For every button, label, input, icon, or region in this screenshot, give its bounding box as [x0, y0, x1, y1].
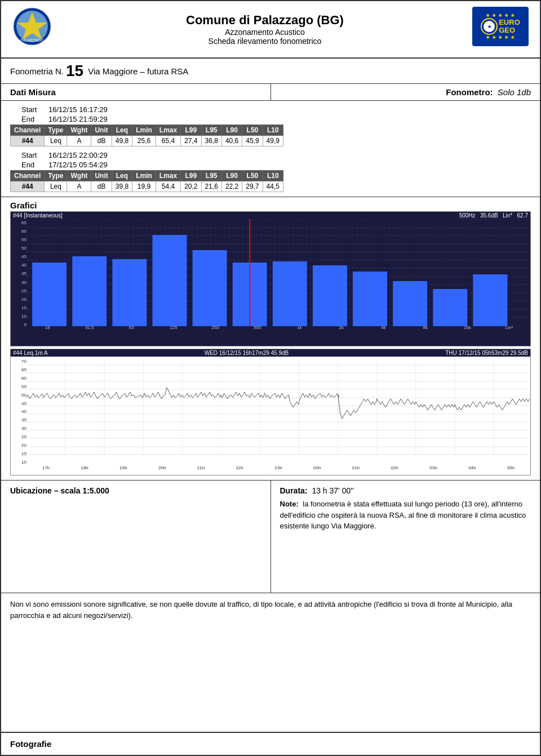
- x-label: 31.5: [69, 325, 111, 330]
- org-subtitle2: Scheda rilevamento fonometrico: [186, 37, 344, 46]
- cell-l95-1: 36,8: [201, 136, 221, 146]
- y-label: 35: [21, 271, 26, 276]
- col-channel-2: Channel: [11, 171, 45, 181]
- col-type-2: Type: [45, 171, 67, 181]
- y-label: 65: [21, 220, 26, 225]
- fonometria-title: Via Maggiore – futura RSA: [88, 66, 188, 76]
- note-label: Note:: [280, 500, 299, 508]
- grafici-label: Grafici: [1, 197, 540, 211]
- y-label: 20: [21, 297, 26, 302]
- header-center: Comune di Palazzago (BG) Azzonamento Acu…: [186, 13, 344, 46]
- emissioni-text: Non vi sono emissioni sonore significati…: [10, 599, 531, 621]
- cell-type-1: Leq: [45, 136, 67, 146]
- x-label: 125: [153, 325, 195, 330]
- y-label-time: 60: [21, 376, 26, 381]
- y-label-time: 25: [21, 434, 26, 439]
- end-value-2: 17/12/15 05:54:29: [48, 161, 108, 169]
- col-l10-2: L10: [263, 171, 283, 181]
- x-label: 1k: [278, 325, 321, 330]
- svg-rect-26: [393, 281, 427, 326]
- measure-block-1: Start 16/12/15 16:17:29 End 16/12/15 21:…: [10, 105, 531, 146]
- svg-rect-19: [112, 259, 147, 326]
- svg-rect-18: [72, 256, 107, 326]
- y-label: 40: [21, 263, 26, 268]
- durata-title: Durata: 13 h 37' 00'': [280, 486, 531, 495]
- bar-chart-svg: [26, 219, 530, 326]
- x-time-label: 19h: [104, 465, 143, 470]
- data-table-2: Channel Type Wght Unit Leq Lmin Lmax L99…: [10, 170, 283, 192]
- eurogeo-badge: ★ ★ ★ ★ ★ ★ EURO GEO ★ ★ ★ ★ ★: [472, 7, 529, 46]
- cell-leq-2: 39,8: [112, 181, 132, 192]
- y-label: 60: [21, 229, 26, 234]
- cell-l99-1: 27,4: [181, 136, 201, 146]
- page: PALAZZAGO Comune di Palazzago (BG) Azzon…: [0, 0, 541, 756]
- y-label-time: 55: [21, 384, 26, 389]
- x-label: 16: [26, 325, 69, 330]
- end-label-2: End: [21, 161, 44, 169]
- cell-l50-1: 45,9: [242, 136, 263, 146]
- y-label: 45: [21, 254, 26, 259]
- y-label: 15: [21, 305, 26, 310]
- cell-lmax-1: 65,4: [156, 136, 180, 146]
- end-label-1: End: [21, 115, 44, 123]
- bar-chart-container: #44 [Instantaneous] 500Hz 35.6dB Lin* 62…: [10, 211, 531, 346]
- cell-channel-1: #44: [11, 136, 45, 146]
- col-l95-1: L95: [201, 125, 221, 136]
- cell-unit-2: dB: [91, 181, 112, 192]
- svg-rect-21: [193, 250, 227, 326]
- fonometro-cell: Fonometro: Solo 1db: [271, 84, 540, 100]
- durata-cell: Durata: 13 h 37' 00'' Note: la fonometri…: [271, 481, 540, 593]
- durata-label: Durata:: [280, 486, 308, 495]
- start-value-1: 16/12/15 16:17:29: [48, 105, 108, 114]
- end-value-1: 16/12/15 21:59:29: [48, 115, 108, 123]
- x-time-label: 22h: [220, 465, 259, 470]
- svg-rect-28: [473, 274, 507, 326]
- col-l95-2: L95: [201, 171, 221, 181]
- col-wght-1: Wght: [67, 125, 91, 136]
- col-lmin-1: Lmin: [132, 125, 156, 136]
- x-time-label: 00h: [298, 465, 336, 470]
- col-l10-1: L10: [263, 125, 283, 136]
- cell-l10-2: 44,5: [263, 181, 283, 192]
- org-title: Comune di Palazzago (BG): [186, 13, 344, 28]
- col-l99-2: L99: [181, 171, 201, 181]
- y-label-time: 30: [21, 426, 26, 431]
- cell-channel-2: #44: [11, 181, 45, 192]
- col-leq-2: Leq: [112, 171, 132, 181]
- dati-misura-cell: Dati Misura: [1, 84, 271, 100]
- end-row-2: End 17/12/15 05:54:29: [21, 161, 531, 169]
- cell-lmax-2: 54,4: [156, 181, 180, 192]
- x-time-label: 05h: [491, 465, 530, 470]
- y-label-time: 40: [21, 409, 26, 414]
- svg-rect-27: [433, 289, 467, 326]
- x-time-label: 18h: [65, 465, 104, 470]
- cell-l10-1: 49,9: [263, 136, 283, 146]
- col-type-1: Type: [45, 125, 67, 136]
- table-row: #44 Leq A dB 49,8 25,6 65,4 27,4 36,8 40…: [11, 136, 283, 146]
- durata-value: 13 h 37' 00'': [312, 486, 353, 495]
- x-label: 16k: [446, 325, 489, 330]
- x-time-label: 04h: [453, 465, 491, 470]
- col-lmax-2: Lmax: [156, 171, 180, 181]
- y-label-time: 65: [21, 367, 26, 372]
- ubicazione-cell: Ubicazione – scala 1:5.000: [1, 481, 271, 593]
- fonometro-label: Fonometro:: [446, 87, 493, 97]
- start-row-1: Start 16/12/15 16:17:29: [21, 105, 531, 114]
- ubicazione-durata-section: Ubicazione – scala 1:5.000 Durata: 13 h …: [1, 481, 540, 593]
- fonometria-number: 15: [66, 62, 83, 80]
- col-unit-1: Unit: [91, 125, 112, 136]
- chart1-top-right: 500Hz 35.6dB Lin* 62.7: [459, 212, 528, 219]
- svg-rect-17: [32, 263, 66, 326]
- x-label: 63: [110, 325, 153, 330]
- svg-rect-25: [353, 272, 387, 326]
- cell-wght-2: A: [67, 181, 91, 192]
- x-label: 500: [237, 325, 279, 330]
- cell-lmin-2: 19,9: [132, 181, 156, 192]
- header: PALAZZAGO Comune di Palazzago (BG) Azzon…: [1, 1, 540, 59]
- svg-rect-20: [153, 235, 187, 326]
- note-text: Note: la fonometria è stata effettuata s…: [280, 499, 531, 532]
- col-unit-2: Unit: [91, 171, 112, 181]
- y-label-time: 20: [21, 443, 26, 448]
- col-lmax-1: Lmax: [156, 125, 180, 136]
- col-lmin-2: Lmin: [132, 171, 156, 181]
